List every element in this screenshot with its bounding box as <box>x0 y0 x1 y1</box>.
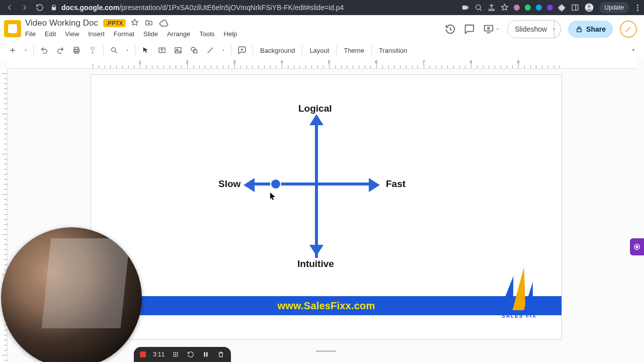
nav-buttons <box>3 3 46 12</box>
forward-icon[interactable] <box>20 3 29 12</box>
new-slide-button[interactable] <box>7 45 18 56</box>
ext-dot-2[interactable] <box>525 5 531 11</box>
chrome-right: Update <box>461 2 641 13</box>
cloud-icon[interactable] <box>159 19 168 28</box>
doc-title[interactable]: Video Working Doc <box>25 18 98 28</box>
account-avatar[interactable] <box>620 21 637 38</box>
label-left: Slow <box>218 178 240 190</box>
present-icon[interactable] <box>483 24 500 35</box>
recorder-toolbar: 3:11 <box>134 347 231 362</box>
logo-caption: SALES FIX <box>502 313 537 319</box>
svg-point-24 <box>175 355 176 356</box>
reload-icon[interactable] <box>35 3 44 12</box>
svg-rect-1 <box>489 9 495 11</box>
collapse-toolbar-icon[interactable] <box>630 46 637 55</box>
stop-record-button[interactable] <box>140 351 146 357</box>
select-tool[interactable] <box>140 45 151 56</box>
menu-slide[interactable]: Slide <box>143 30 158 38</box>
textbox-tool[interactable] <box>156 45 168 56</box>
kebab-icon[interactable] <box>634 5 641 11</box>
svg-point-23 <box>174 355 175 356</box>
menu-insert[interactable]: Insert <box>88 30 105 38</box>
arrow-left-icon <box>244 178 255 192</box>
comment-icon[interactable] <box>464 24 475 35</box>
svg-point-29 <box>636 246 638 248</box>
svg-rect-13 <box>175 48 181 53</box>
print-button[interactable] <box>71 45 82 56</box>
grid-icon[interactable] <box>172 350 180 358</box>
slideshow-dropdown[interactable] <box>547 20 561 38</box>
line-tool[interactable] <box>205 45 216 56</box>
menu-arrange[interactable]: Arrange <box>167 30 190 38</box>
svg-point-0 <box>476 5 480 10</box>
svg-rect-7 <box>577 29 581 32</box>
history-icon[interactable] <box>445 24 456 35</box>
profile-avatar[interactable] <box>584 3 594 13</box>
stage: 123456789 Logical Intuitive Slow Fast ww… <box>0 58 644 362</box>
slide[interactable]: Logical Intuitive Slow Fast www.SalesFix… <box>91 74 562 340</box>
side-tab[interactable] <box>630 238 644 255</box>
background-button[interactable]: Background <box>258 45 297 56</box>
upload-icon[interactable] <box>488 4 496 12</box>
menu-edit[interactable]: Edit <box>45 30 56 38</box>
title-row: Video Working Doc .PPTX <box>25 18 237 28</box>
zoom-dd[interactable] <box>125 48 130 53</box>
svg-rect-27 <box>206 352 208 357</box>
arrow-right-icon <box>369 178 380 192</box>
comment-add-button[interactable] <box>236 45 248 56</box>
slideshow-label: Slideshow <box>515 25 547 33</box>
svg-point-20 <box>174 354 175 355</box>
move-icon[interactable] <box>145 19 153 28</box>
title-icons <box>131 19 168 28</box>
menu-bar: File Edit View Insert Format Slide Arran… <box>25 30 237 38</box>
url-host: docs.google.com <box>61 4 119 12</box>
new-slide-dd[interactable] <box>23 48 28 53</box>
webcam-bubble[interactable] <box>1 227 142 362</box>
star-doc-icon[interactable] <box>131 19 139 28</box>
theme-button[interactable]: Theme <box>342 45 366 56</box>
ext-dot-1[interactable] <box>514 5 520 11</box>
sidepanel-icon[interactable] <box>571 4 579 12</box>
axis-horizontal <box>252 183 371 186</box>
right-actions: Slideshow Share <box>445 20 637 38</box>
line-dd[interactable] <box>221 48 226 53</box>
transition-button[interactable]: Transition <box>377 45 410 56</box>
update-button[interactable]: Update <box>599 2 629 13</box>
paint-format-button[interactable] <box>87 45 98 56</box>
app-right-icons <box>445 24 500 35</box>
svg-point-11 <box>112 48 116 52</box>
axis-vertical <box>315 121 318 258</box>
back-icon[interactable] <box>5 3 14 12</box>
menu-format[interactable]: Format <box>114 30 134 38</box>
search-icon[interactable] <box>474 4 482 12</box>
trash-icon[interactable] <box>217 350 225 358</box>
doc-meta: Video Working Doc .PPTX File Edit View I… <box>25 18 237 38</box>
zoom-button[interactable] <box>109 45 120 56</box>
horizontal-ruler: 123456789 <box>7 58 637 69</box>
undo-button[interactable] <box>39 45 50 56</box>
image-tool[interactable] <box>173 45 184 56</box>
slides-logo[interactable] <box>4 20 21 37</box>
extensions-icon[interactable] <box>558 4 566 12</box>
url-bar[interactable]: docs.google.com/presentation/d/1PxSA0zil… <box>61 4 457 12</box>
star-icon[interactable] <box>501 4 509 12</box>
layout-button[interactable]: Layout <box>307 45 331 56</box>
arrow-down-icon <box>309 245 324 256</box>
camera-icon[interactable] <box>461 4 469 12</box>
menu-view[interactable]: View <box>65 30 79 38</box>
ext-dot-4[interactable] <box>547 5 553 11</box>
footer-banner: www.SalesFixx.com <box>91 296 561 315</box>
ext-dot-3[interactable] <box>536 5 542 11</box>
redo-button[interactable] <box>55 45 66 56</box>
pause-icon[interactable] <box>202 350 210 358</box>
restart-icon[interactable] <box>187 350 195 358</box>
menu-help[interactable]: Help <box>224 30 237 38</box>
label-right: Fast <box>386 178 406 190</box>
banner-url: www.SalesFixx.com <box>278 300 375 312</box>
menu-tools[interactable]: Tools <box>199 30 214 38</box>
share-button[interactable]: Share <box>568 21 613 38</box>
arrow-up-icon <box>309 114 324 125</box>
update-label: Update <box>604 4 624 11</box>
shape-tool[interactable] <box>189 45 200 56</box>
menu-file[interactable]: File <box>25 30 36 38</box>
